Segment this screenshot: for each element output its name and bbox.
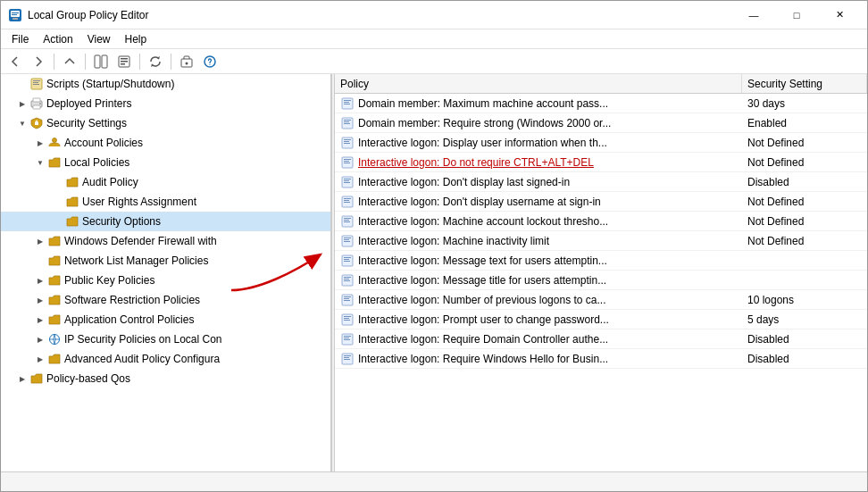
menu-view[interactable]: View bbox=[80, 31, 118, 47]
tree-label-network-list: Network List Manager Policies bbox=[64, 254, 208, 267]
policy-row-icon bbox=[340, 96, 355, 111]
policy-label: Interactive logon: Don't display usernam… bbox=[358, 196, 601, 208]
setting-cell: Enabled bbox=[742, 117, 867, 129]
export-button[interactable] bbox=[176, 52, 197, 71]
tree-item-scripts[interactable]: Scripts (Startup/Shutdown) bbox=[1, 74, 330, 94]
list-row[interactable]: Interactive logon: Number of previous lo… bbox=[335, 290, 867, 310]
setting-cell: Not Defined bbox=[742, 196, 867, 208]
policy-row-icon bbox=[340, 116, 355, 130]
expander-ip-security: ▶ bbox=[33, 329, 47, 349]
list-row[interactable]: Interactive logon: Don't display usernam… bbox=[335, 192, 867, 212]
expander-deployed-printers: ▶ bbox=[15, 94, 29, 113]
icon-windows-defender bbox=[47, 234, 62, 248]
tree-item-app-control[interactable]: ▶ Application Control Policies bbox=[1, 310, 330, 329]
tree-item-audit-policy[interactable]: Audit Policy bbox=[1, 172, 330, 192]
svg-rect-65 bbox=[344, 279, 349, 279]
tree-item-network-list[interactable]: Network List Manager Policies bbox=[1, 251, 330, 271]
maximize-button[interactable]: □ bbox=[776, 1, 817, 29]
svg-rect-18 bbox=[33, 84, 39, 85]
tree-label-deployed-printers: Deployed Printers bbox=[46, 97, 131, 110]
policy-cell: Interactive logon: Require Windows Hello… bbox=[335, 352, 742, 366]
app-icon bbox=[8, 8, 22, 22]
tree-item-windows-defender[interactable]: ▶ Windows Defender Firewall with bbox=[1, 231, 330, 251]
tree-label-windows-defender: Windows Defender Firewall with bbox=[64, 235, 217, 247]
setting-cell: Disabled bbox=[742, 353, 867, 365]
back-button[interactable] bbox=[4, 52, 26, 71]
header-setting: Security Setting bbox=[742, 74, 867, 93]
list-row[interactable]: Interactive logon: Require Domain Contro… bbox=[335, 329, 867, 349]
up-button[interactable] bbox=[59, 52, 80, 71]
list-row-highlighted[interactable]: Interactive logon: Do not require CTRL+A… bbox=[335, 153, 867, 172]
menu-action[interactable]: Action bbox=[36, 31, 79, 47]
list-row[interactable]: Interactive logon: Require Windows Hello… bbox=[335, 349, 867, 369]
minimize-button[interactable]: — bbox=[733, 1, 774, 29]
svg-rect-73 bbox=[344, 318, 349, 319]
list-body: Domain member: Maximum machine account p… bbox=[335, 94, 867, 471]
svg-rect-62 bbox=[344, 261, 350, 262]
tree-item-ip-security[interactable]: ▶ IP Security Policies on Local Con bbox=[1, 329, 330, 349]
svg-rect-72 bbox=[344, 316, 351, 317]
policy-label: Interactive logon: Machine account locko… bbox=[358, 215, 608, 228]
list-row[interactable]: Interactive logon: Message title for use… bbox=[335, 271, 867, 290]
tree-item-public-key[interactable]: ▶ Public Key Policies bbox=[1, 271, 330, 290]
svg-rect-58 bbox=[344, 241, 350, 242]
icon-user-rights bbox=[65, 195, 79, 209]
svg-rect-10 bbox=[121, 63, 125, 65]
tree-item-user-rights[interactable]: User Rights Assignment bbox=[1, 192, 330, 212]
svg-rect-60 bbox=[344, 257, 351, 258]
title-bar: Local Group Policy Editor — □ ✕ bbox=[1, 1, 867, 29]
svg-rect-28 bbox=[344, 100, 351, 101]
svg-rect-1 bbox=[11, 11, 20, 17]
list-row[interactable]: Domain member: Require strong (Windows 2… bbox=[335, 113, 867, 133]
tree-item-account-policies[interactable]: ▶ Account Policies bbox=[1, 133, 330, 153]
svg-rect-37 bbox=[344, 141, 349, 142]
tree-item-policy-qos[interactable]: ▶ Policy-based Qos bbox=[1, 369, 330, 388]
svg-rect-78 bbox=[344, 339, 350, 340]
setting-cell: 30 days bbox=[742, 97, 867, 110]
expander-network-list bbox=[33, 251, 47, 271]
list-row[interactable]: Interactive logon: Don't display last si… bbox=[335, 172, 867, 192]
list-row[interactable]: Interactive logon: Machine inactivity li… bbox=[335, 231, 867, 251]
policy-row-icon bbox=[340, 175, 355, 189]
tree-item-local-policies[interactable]: ▼ Local Policies bbox=[1, 153, 330, 172]
tree-item-security-options[interactable]: Security Options bbox=[1, 212, 330, 231]
svg-rect-80 bbox=[344, 355, 351, 356]
svg-rect-8 bbox=[121, 58, 128, 60]
list-row[interactable]: Interactive logon: Machine account locko… bbox=[335, 212, 867, 231]
tree-item-security-settings[interactable]: ▼ Security Settings bbox=[1, 113, 330, 133]
list-row[interactable]: Interactive logon: Prompt user to change… bbox=[335, 310, 867, 329]
svg-rect-42 bbox=[344, 163, 350, 163]
policy-row-icon bbox=[340, 214, 355, 229]
expander-software-restriction: ▶ bbox=[33, 290, 47, 310]
help-button[interactable] bbox=[199, 52, 221, 71]
menu-file[interactable]: File bbox=[4, 31, 36, 47]
icon-security-options bbox=[65, 214, 79, 229]
list-row[interactable]: Domain member: Maximum machine account p… bbox=[335, 94, 867, 113]
properties-button[interactable] bbox=[113, 52, 135, 71]
close-button[interactable]: ✕ bbox=[819, 1, 860, 29]
tree-label-account-policies: Account Policies bbox=[64, 137, 143, 149]
list-row[interactable]: Interactive logon: Display user informat… bbox=[335, 133, 867, 153]
policy-cell: Interactive logon: Prompt user to change… bbox=[335, 313, 742, 327]
svg-point-12 bbox=[186, 62, 188, 64]
svg-rect-30 bbox=[344, 104, 350, 104]
icon-audit-policy bbox=[65, 175, 79, 189]
tree-label-scripts: Scripts (Startup/Shutdown) bbox=[46, 78, 174, 90]
svg-rect-33 bbox=[344, 121, 349, 122]
tree-label-security-settings: Security Settings bbox=[46, 117, 127, 129]
forward-button[interactable] bbox=[28, 52, 49, 71]
svg-rect-46 bbox=[344, 182, 350, 183]
svg-rect-74 bbox=[344, 320, 350, 321]
svg-rect-29 bbox=[344, 102, 349, 103]
policy-row-icon bbox=[340, 234, 355, 248]
menu-help[interactable]: Help bbox=[118, 31, 154, 47]
tree-item-deployed-printers[interactable]: ▶ Deployed Printers bbox=[1, 94, 330, 113]
list-row[interactable]: Interactive logon: Message text for user… bbox=[335, 251, 867, 271]
show-hide-button[interactable] bbox=[90, 52, 112, 71]
window-title: Local Group Policy Editor bbox=[28, 9, 733, 21]
tree-item-advanced-audit[interactable]: ▶ Advanced Audit Policy Configura bbox=[1, 349, 330, 369]
tree-item-software-restriction[interactable]: ▶ Software Restriction Policies bbox=[1, 290, 330, 310]
policy-cell: Interactive logon: Require Domain Contro… bbox=[335, 332, 742, 346]
refresh-button[interactable] bbox=[145, 52, 166, 71]
main-window: Local Group Policy Editor — □ ✕ File Act… bbox=[0, 0, 868, 492]
